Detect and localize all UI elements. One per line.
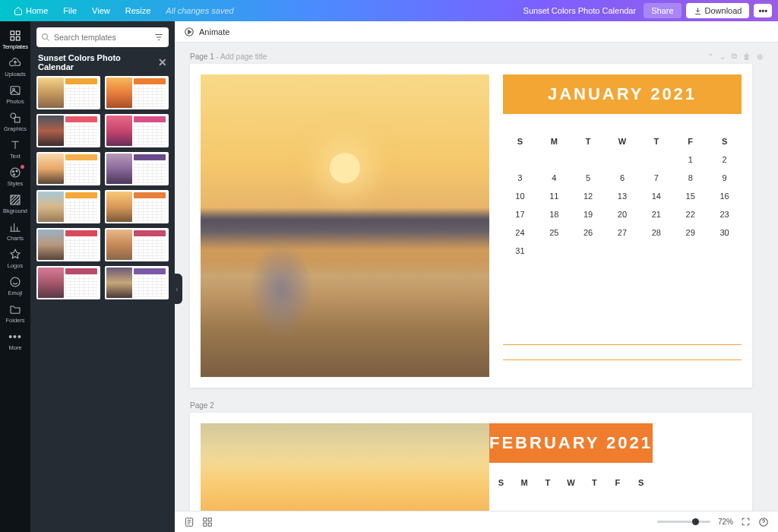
- zoom-value[interactable]: 72%: [718, 518, 733, 526]
- template-thumb-7[interactable]: [36, 190, 100, 223]
- day-cell[interactable]: [537, 155, 571, 164]
- day-cell[interactable]: 26: [571, 228, 606, 237]
- rail-emoji[interactable]: Emoji: [0, 272, 30, 299]
- page-up-icon[interactable]: ⌃: [707, 52, 713, 61]
- day-cell[interactable]: 31: [503, 246, 537, 255]
- day-cell[interactable]: [571, 246, 606, 255]
- page-1[interactable]: JANUARY 2021 SMTWTFS12345678910111213141…: [190, 64, 752, 388]
- day-cell[interactable]: 6: [606, 173, 640, 182]
- day-cell[interactable]: 5: [571, 173, 606, 182]
- search-templates-input[interactable]: [36, 27, 169, 47]
- template-thumb-2[interactable]: [105, 76, 169, 109]
- day-cell[interactable]: 22: [673, 210, 707, 219]
- day-cell[interactable]: [673, 246, 707, 255]
- day-cell[interactable]: 28: [639, 228, 673, 237]
- page-title-placeholder[interactable]: - Add page title: [216, 52, 267, 61]
- rail-photos[interactable]: Photos: [0, 81, 30, 108]
- calendar-grid-january[interactable]: SMTWTFS123456789101112131415161718192021…: [503, 137, 742, 255]
- close-panel-button[interactable]: ✕: [158, 56, 167, 68]
- animate-button[interactable]: Animate: [199, 27, 229, 36]
- day-cell[interactable]: 15: [673, 192, 707, 201]
- month-banner-february[interactable]: FEBRUARY 2021: [489, 423, 653, 463]
- calendar-photo-february[interactable]: [201, 423, 489, 511]
- day-cell[interactable]: 7: [639, 173, 673, 182]
- rail-templates[interactable]: Templates: [0, 26, 30, 53]
- filter-icon[interactable]: [153, 32, 164, 43]
- help-icon[interactable]: [758, 517, 769, 527]
- day-cell[interactable]: 2: [707, 155, 742, 164]
- day-cell[interactable]: 18: [537, 210, 571, 219]
- rail-graphics[interactable]: Graphics: [0, 108, 30, 135]
- month-banner-january[interactable]: JANUARY 2021: [503, 74, 742, 114]
- rail-folders[interactable]: Folders: [0, 299, 30, 327]
- home-menu[interactable]: Home: [6, 6, 55, 15]
- day-cell[interactable]: [503, 155, 537, 164]
- resize-menu[interactable]: Resize: [118, 6, 159, 15]
- rail-more[interactable]: •••More: [0, 327, 30, 354]
- document-title[interactable]: Sunset Colors Photo Calendar: [523, 6, 637, 15]
- day-cell[interactable]: [606, 155, 640, 164]
- template-thumb-8[interactable]: [105, 190, 169, 223]
- canvas-scroll[interactable]: Page 1 - Add page title ⌃ ⌄ ⧉ 🗑 ⊕ JANUAR…: [175, 43, 778, 511]
- template-thumb-3[interactable]: [36, 114, 100, 147]
- rail-charts[interactable]: Charts: [0, 217, 30, 245]
- day-cell[interactable]: 30: [707, 228, 742, 237]
- day-cell[interactable]: 11: [537, 192, 571, 201]
- day-cell[interactable]: 27: [606, 228, 640, 237]
- zoom-slider[interactable]: [657, 521, 710, 523]
- day-cell[interactable]: 4: [537, 173, 571, 182]
- view-menu[interactable]: View: [84, 6, 118, 15]
- share-button[interactable]: Share: [644, 3, 681, 18]
- fullscreen-icon[interactable]: [741, 517, 751, 527]
- day-cell[interactable]: [571, 155, 606, 164]
- template-thumb-11[interactable]: [36, 266, 100, 299]
- notes-icon[interactable]: [184, 517, 194, 527]
- rail-background[interactable]: Bkground: [0, 190, 30, 217]
- day-cell[interactable]: 25: [537, 228, 571, 237]
- more-button[interactable]: •••: [754, 4, 772, 17]
- day-cell[interactable]: 23: [707, 210, 742, 219]
- calendar-grid-february[interactable]: SMTWTFS: [489, 478, 653, 487]
- day-cell[interactable]: 17: [503, 210, 537, 219]
- day-cell[interactable]: 13: [606, 192, 640, 201]
- notes-lines[interactable]: [503, 330, 742, 360]
- rail-styles[interactable]: Styles: [0, 163, 30, 190]
- download-button[interactable]: Download: [686, 3, 750, 18]
- day-cell[interactable]: 20: [606, 210, 640, 219]
- day-cell[interactable]: [606, 246, 640, 255]
- day-cell[interactable]: 12: [571, 192, 606, 201]
- day-cell[interactable]: 19: [571, 210, 606, 219]
- day-cell[interactable]: 3: [503, 173, 537, 182]
- calendar-photo-january[interactable]: [201, 74, 489, 377]
- template-thumb-10[interactable]: [105, 228, 169, 261]
- day-cell[interactable]: 14: [639, 192, 673, 201]
- day-cell[interactable]: [707, 246, 742, 255]
- day-cell[interactable]: 9: [707, 173, 742, 182]
- day-cell[interactable]: 10: [503, 192, 537, 201]
- file-menu[interactable]: File: [55, 6, 84, 15]
- template-thumb-4[interactable]: [105, 114, 169, 147]
- template-thumb-1[interactable]: [36, 76, 100, 109]
- page-down-icon[interactable]: ⌄: [719, 52, 726, 61]
- collapse-panel-button[interactable]: ‹: [172, 274, 182, 304]
- page-2[interactable]: FEBRUARY 2021 SMTWTFS: [190, 413, 752, 511]
- template-thumb-6[interactable]: [105, 152, 169, 185]
- template-thumb-12[interactable]: [105, 266, 169, 299]
- day-cell[interactable]: 8: [673, 173, 707, 182]
- template-thumb-9[interactable]: [36, 228, 100, 261]
- day-cell[interactable]: [537, 246, 571, 255]
- rail-text[interactable]: Text: [0, 135, 30, 163]
- day-cell[interactable]: 21: [639, 210, 673, 219]
- grid-view-icon[interactable]: [202, 517, 213, 527]
- day-cell[interactable]: [639, 155, 673, 164]
- day-cell[interactable]: 24: [503, 228, 537, 237]
- template-thumb-5[interactable]: [36, 152, 100, 185]
- delete-page-icon[interactable]: 🗑: [743, 52, 751, 61]
- rail-uploads[interactable]: Uploads: [0, 53, 30, 81]
- day-cell[interactable]: 16: [707, 192, 742, 201]
- day-cell[interactable]: [639, 246, 673, 255]
- add-page-icon[interactable]: ⊕: [757, 52, 763, 61]
- day-cell[interactable]: 1: [673, 155, 707, 164]
- rail-logos[interactable]: Logos: [0, 245, 30, 272]
- duplicate-page-icon[interactable]: ⧉: [732, 52, 737, 61]
